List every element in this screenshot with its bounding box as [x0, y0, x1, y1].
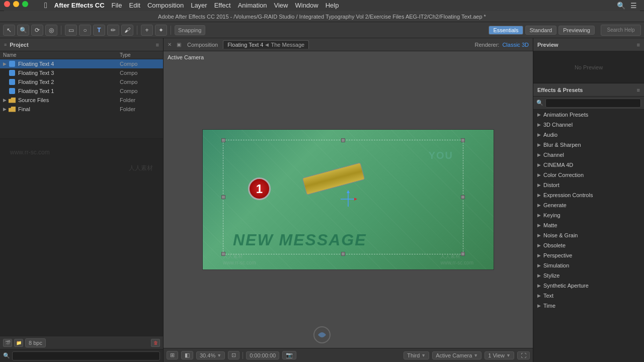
project-item-final[interactable]: ▶ Final Folder	[0, 105, 163, 114]
search-icon[interactable]: 🔍	[617, 2, 625, 10]
effect-group-noise-&-grain[interactable]: ▶Noise & Grain	[533, 230, 644, 240]
edit-menu[interactable]: Edit	[129, 2, 140, 9]
left-search-input[interactable]	[12, 351, 160, 360]
effect-group-color-correction[interactable]: ▶Color Correction	[533, 170, 644, 180]
handle-mr[interactable]	[461, 195, 465, 199]
effect-group-stylize[interactable]: ▶Stylize	[533, 270, 644, 281]
apple-menu[interactable]: 	[44, 1, 47, 10]
effect-group-simulation[interactable]: ▶Simulation	[533, 260, 644, 270]
brush-tool[interactable]: 🖌	[121, 25, 133, 36]
effect-arrow-2: ▶	[537, 132, 541, 137]
handle-tr[interactable]	[461, 138, 465, 142]
zoom-tool[interactable]: 🔍	[17, 25, 29, 36]
workspace-buttons: Essentials Standard Previewing Search He…	[489, 25, 641, 36]
active-camera-label: Active Camera	[168, 54, 204, 60]
renderer-label: Renderer:	[475, 42, 500, 48]
handle-ml[interactable]	[221, 195, 225, 199]
layer-menu[interactable]: Layer	[191, 2, 207, 9]
effect-group-time[interactable]: ▶Time	[533, 301, 644, 311]
delete-btn[interactable]: 🗑	[151, 339, 160, 347]
effect-group-expression-controls[interactable]: ▶Expression Controls	[533, 190, 644, 200]
workspace-standard[interactable]: Standard	[525, 26, 557, 35]
new-folder-btn[interactable]: 📁	[14, 339, 23, 347]
item-type-floating1: Compo	[120, 88, 160, 94]
app-name[interactable]: After Effects CC	[54, 2, 105, 9]
maximize-button[interactable]	[22, 1, 28, 7]
project-menu-btn[interactable]: ≡	[156, 42, 159, 48]
preview-content: No Preview	[533, 51, 644, 83]
viewer-zoom[interactable]: 30.4% ▼	[196, 351, 225, 359]
effect-group-audio[interactable]: ▶Audio	[533, 130, 644, 140]
window-menu[interactable]: Window	[295, 2, 318, 9]
view-menu[interactable]: View	[274, 2, 288, 9]
effect-group-3d-channel[interactable]: ▶3D Channel	[533, 120, 644, 130]
effects-menu-btn[interactable]: ≡	[637, 87, 640, 93]
effect-group-distort[interactable]: ▶Distort	[533, 180, 644, 190]
snapping-label[interactable]: Snapping	[175, 25, 205, 35]
effects-search-input[interactable]	[545, 99, 641, 108]
effect-group-channel[interactable]: ▶Channel	[533, 150, 644, 160]
select-tool[interactable]: ↖	[3, 25, 15, 36]
toolbar-separator-2	[137, 26, 137, 35]
pen-tool[interactable]: ✏	[107, 25, 119, 36]
notifications-icon[interactable]: ☰	[630, 2, 637, 10]
bpc-label[interactable]: 8 bpc	[25, 338, 46, 347]
effect-menu[interactable]: Effect	[214, 2, 231, 9]
minimize-button[interactable]	[13, 1, 19, 7]
effect-group-cinema-4d[interactable]: ▶CINEMA 4D	[533, 160, 644, 170]
new-comp-btn[interactable]: 🎬	[3, 339, 12, 347]
you-text: YOU	[429, 150, 453, 161]
timecode-display[interactable]: 0:00:00:00	[246, 351, 279, 359]
effect-group-perspective[interactable]: ▶Perspective	[533, 250, 644, 260]
effect-group-keying[interactable]: ▶Keying	[533, 210, 644, 220]
fullscreen-btn[interactable]: ⛶	[517, 351, 530, 359]
help-menu[interactable]: Help	[326, 2, 339, 9]
project-item-floating3[interactable]: Floating Text 3 Compo	[0, 68, 163, 77]
handle-bm[interactable]	[341, 252, 345, 256]
viewer-expand[interactable]: ▣	[177, 42, 181, 47]
effect-group-animation-presets[interactable]: ▶Animation Presets	[533, 110, 644, 120]
handle-tl[interactable]	[221, 138, 225, 142]
project-item-floating1[interactable]: Floating Text 1 Compo	[0, 86, 163, 96]
effect-group-text[interactable]: ▶Text	[533, 291, 644, 301]
search-help-btn[interactable]: Search Help	[601, 25, 641, 36]
animation-menu[interactable]: Animation	[238, 2, 267, 9]
puppet-tool[interactable]: ✦	[155, 25, 167, 36]
workspace-essentials[interactable]: Essentials	[489, 26, 523, 35]
camera-icon[interactable]: 📷	[282, 351, 296, 359]
item-label-floating2: Floating Text 2	[18, 79, 120, 85]
composition-menu[interactable]: Composition	[147, 2, 184, 9]
cam-orbit-tool[interactable]: ◎	[45, 25, 57, 36]
comp-tab-active[interactable]: Floating Text 4 ◀ The Message	[223, 40, 309, 49]
active-camera-btn[interactable]: Active Camera ▼	[432, 351, 481, 359]
viewer-close[interactable]: ✕	[168, 42, 172, 47]
renderer-value[interactable]: Classic 3D	[502, 42, 529, 48]
preview-menu[interactable]: ≡	[637, 42, 640, 48]
workspace-previewing[interactable]: Previewing	[558, 26, 595, 35]
close-button[interactable]	[4, 1, 10, 7]
ellipse-tool[interactable]: ○	[79, 25, 91, 36]
anchor-tool[interactable]: +	[141, 25, 153, 36]
project-item-sources[interactable]: ▶ Source Files Folder	[0, 96, 163, 105]
effect-arrow-4: ▶	[537, 152, 541, 157]
viewer-fit-btn[interactable]: ⊡	[228, 351, 239, 359]
composition-label: Composition	[187, 42, 218, 48]
effect-group-obsolete[interactable]: ▶Obsolete	[533, 240, 644, 250]
viewer-sep	[243, 352, 243, 359]
viewer-grid-btn[interactable]: ⊞	[167, 351, 178, 359]
effect-group-generate[interactable]: ▶Generate	[533, 200, 644, 210]
handle-tm[interactable]	[341, 138, 345, 142]
viewer-quality-btn[interactable]: ◧	[181, 351, 193, 359]
effect-group-synthetic-aperture[interactable]: ▶Synthetic Aperture	[533, 281, 644, 291]
project-item-floating2[interactable]: Floating Text 2 Compo	[0, 77, 163, 86]
rect-tool[interactable]: ▭	[65, 25, 77, 36]
views-btn[interactable]: 1 View ▼	[485, 351, 514, 359]
project-item-floating4[interactable]: ▶ Floating Text 4 Compo	[0, 59, 163, 68]
text-tool[interactable]: T	[93, 25, 105, 36]
orbit-tool[interactable]: ⟳	[31, 25, 43, 36]
effect-group-matte[interactable]: ▶Matte	[533, 220, 644, 230]
file-menu[interactable]: File	[112, 2, 122, 9]
effect-arrow-18: ▶	[537, 293, 541, 298]
view-mode-btn[interactable]: Third ▼	[404, 351, 429, 359]
effect-group-blur-&-sharpen[interactable]: ▶Blur & Sharpen	[533, 140, 644, 150]
